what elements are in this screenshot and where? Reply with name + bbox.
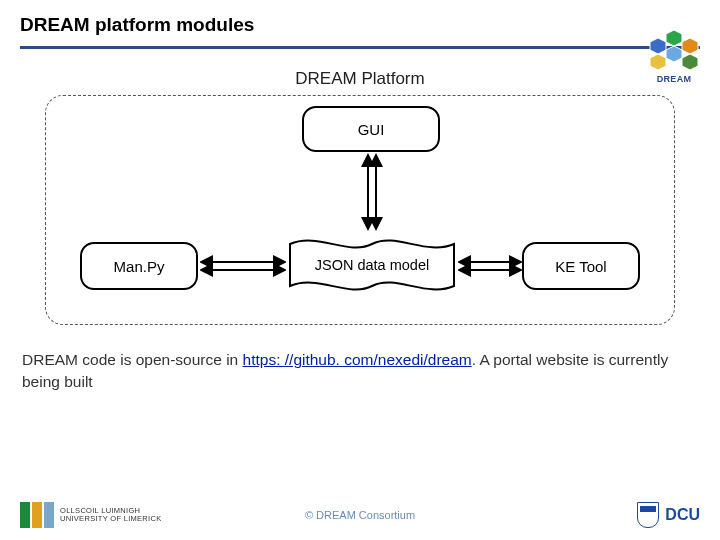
node-ke-tool-label: KE Tool — [555, 258, 606, 275]
dream-logo: DREAM — [644, 28, 704, 84]
node-manpy-label: Man.Py — [114, 258, 165, 275]
svg-marker-3 — [666, 46, 682, 62]
node-gui: GUI — [302, 106, 440, 152]
svg-marker-2 — [682, 38, 698, 54]
arrow-manpy-json — [200, 250, 286, 282]
node-gui-label: GUI — [358, 121, 385, 138]
header-rule — [20, 46, 700, 49]
shield-icon — [637, 502, 659, 528]
github-link[interactable]: https: //github. com/nexedi/dream — [243, 351, 472, 368]
node-ke-tool: KE Tool — [522, 242, 640, 290]
dream-logo-text: DREAM — [644, 74, 704, 84]
platform-boundary: GUI Man.Py JSON data model KE Tool — [45, 95, 675, 325]
page-title: DREAM platform modules — [20, 14, 700, 36]
svg-marker-4 — [650, 54, 666, 70]
dcu-logo: DCU — [637, 502, 700, 528]
svg-marker-0 — [666, 30, 682, 46]
svg-marker-5 — [682, 54, 698, 70]
hex-cluster-icon — [644, 28, 704, 72]
caption-text: DREAM code is open-source in https: //gi… — [22, 349, 698, 392]
arrow-json-ketool — [458, 250, 522, 282]
arrow-gui-json — [356, 152, 388, 232]
node-json-data-model: JSON data model — [288, 232, 456, 298]
university-limerick-logo: OLLSCOIL LUIMNIGH UNIVERSITY OF LIMERICK — [20, 502, 161, 528]
node-json-label: JSON data model — [288, 232, 456, 298]
caption-pre: DREAM code is open-source in — [22, 351, 243, 368]
node-manpy: Man.Py — [80, 242, 198, 290]
svg-marker-1 — [650, 38, 666, 54]
ul-line2: UNIVERSITY OF LIMERICK — [60, 515, 161, 523]
dcu-text: DCU — [665, 506, 700, 524]
diagram-title: DREAM Platform — [0, 69, 720, 89]
